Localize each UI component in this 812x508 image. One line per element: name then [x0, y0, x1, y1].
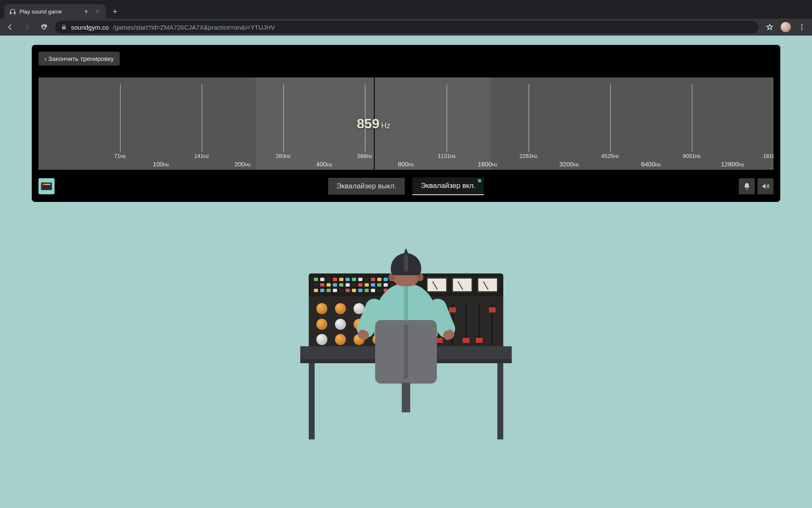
bell-icon — [743, 182, 751, 190]
frequency-unit: Hz — [381, 121, 390, 130]
chevron-left-icon: ‹ — [44, 55, 47, 62]
freq-gridline — [447, 84, 447, 152]
finish-training-button[interactable]: ‹ Закончить тренировку — [38, 52, 120, 66]
url-host: soundgym.co — [71, 24, 109, 31]
speaker-icon — [762, 182, 769, 190]
page-body: ‹ Закончить тренировку 859Hz 71Hz141Hz28… — [0, 36, 812, 508]
freq-gridline — [283, 84, 284, 152]
freq-gridline — [529, 84, 529, 152]
freq-tick-lower: 800Hz — [398, 160, 414, 168]
freq-tick-lower: 200Hz — [234, 160, 250, 168]
tab-close-icon[interactable] — [94, 8, 101, 15]
equalizer-off-button[interactable]: Эквалайзер выкл. — [328, 178, 405, 195]
freq-tick-lower: 100Hz — [153, 160, 169, 168]
eq-off-label: Эквалайзер выкл. — [337, 182, 397, 190]
console-icon — [41, 182, 52, 190]
freq-tick-lower: 400Hz — [316, 160, 332, 168]
freq-gridline — [610, 84, 611, 152]
notifications-button[interactable] — [739, 178, 755, 194]
tab-title: Play sound game — [19, 8, 80, 15]
address-bar[interactable]: soundgym.co/games/start?id=ZMA726CJA7X&p… — [55, 21, 759, 33]
volume-button[interactable] — [757, 178, 774, 194]
freq-tick-lower: 6400Hz — [641, 160, 661, 168]
freq-tick-upper: 2263Hz — [519, 153, 537, 159]
game-panel: ‹ Закончить тренировку 859Hz 71Hz141Hz28… — [32, 45, 780, 202]
svg-point-3 — [801, 27, 803, 28]
forward-button[interactable] — [21, 21, 33, 33]
tab-mute-icon[interactable] — [84, 8, 91, 15]
freq-gridline — [365, 84, 365, 152]
back-button[interactable] — [4, 21, 16, 33]
frequency-readout: 859Hz — [357, 116, 390, 132]
svg-rect-1 — [14, 12, 15, 14]
url-path: /games/start?id=ZMA726CJA7X&practice=on&… — [113, 24, 275, 31]
kebab-menu-icon[interactable] — [796, 21, 808, 33]
freq-gridline — [120, 84, 121, 152]
bookmark-star-icon[interactable] — [764, 21, 776, 33]
game-thumbnail[interactable] — [38, 178, 55, 194]
finish-training-label: Закончить тренировку — [48, 55, 114, 62]
freq-tick-upper: 283Hz — [276, 153, 291, 159]
equalizer-on-button[interactable]: Эквалайзер вкл. — [412, 177, 484, 195]
lock-icon — [61, 24, 67, 30]
frequency-value: 859 — [357, 116, 379, 131]
browser-tab[interactable]: Play sound game — [4, 4, 106, 19]
freq-tick-upper: 1131Hz — [438, 153, 455, 159]
svg-rect-0 — [10, 12, 11, 14]
freq-tick-lower: 12800Hz — [721, 160, 744, 168]
freq-tick-upper: 71Hz — [114, 153, 126, 159]
frequency-strip[interactable]: 859Hz 71Hz141Hz283Hz566Hz1131Hz2263Hz452… — [38, 77, 774, 170]
freq-tick-upper: 18102Hz — [763, 153, 774, 159]
freq-gridline — [202, 84, 202, 152]
browser-toolbar: soundgym.co/games/start?id=ZMA726CJA7X&p… — [0, 19, 812, 36]
freq-tick-lower: 1600Hz — [478, 160, 498, 168]
svg-point-2 — [801, 24, 803, 25]
active-indicator-icon — [478, 179, 481, 182]
freq-tick-upper: 9051Hz — [683, 153, 701, 159]
new-tab-button[interactable] — [109, 6, 121, 17]
svg-point-4 — [801, 29, 803, 30]
freq-tick-upper: 566Hz — [357, 153, 372, 159]
engineer-illustration — [300, 247, 512, 429]
freq-tick-upper: 141Hz — [194, 153, 209, 159]
freq-tick-lower: 3200Hz — [560, 160, 579, 168]
profile-avatar[interactable] — [781, 22, 791, 32]
reload-button[interactable] — [38, 21, 50, 33]
control-row: Эквалайзер выкл. Эквалайзер вкл. — [32, 170, 780, 195]
headphones-icon — [9, 8, 16, 15]
freq-tick-upper: 4525Hz — [601, 153, 619, 159]
eq-on-label: Эквалайзер вкл. — [421, 182, 475, 190]
browser-tabstrip: Play sound game — [0, 0, 812, 19]
freq-gridline — [692, 84, 692, 152]
